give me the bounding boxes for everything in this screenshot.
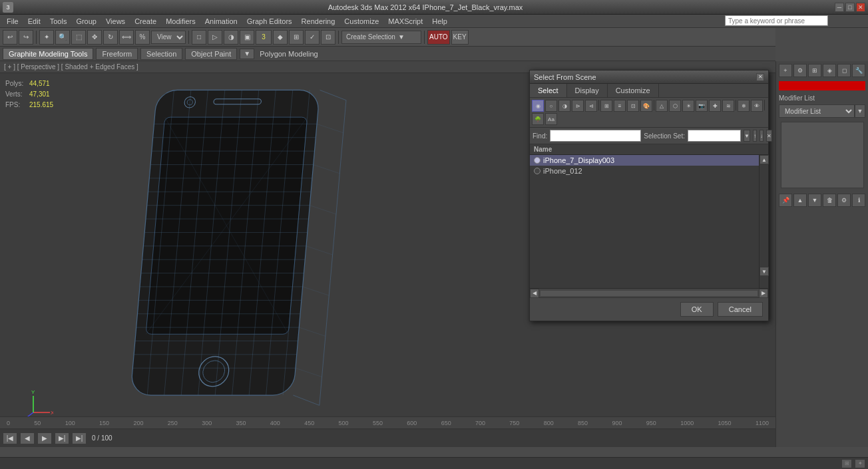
dialog-list[interactable]: iPhone_7_Display003 iPhone_012 <box>530 155 759 288</box>
dialog-scrollbar[interactable]: ▲ ▼ <box>759 155 768 288</box>
selection-set-input[interactable] <box>688 130 741 142</box>
sel-btn-4[interactable]: ✕ <box>766 130 772 142</box>
trash-icon[interactable]: 🗑 <box>823 194 836 207</box>
maximize-button[interactable]: □ <box>845 3 855 12</box>
menu-modifiers[interactable]: Modifiers <box>162 16 200 27</box>
dialog-tab-display[interactable]: Display <box>567 84 608 97</box>
coord-display-icon[interactable]: ⊞ <box>841 459 852 468</box>
move-down-icon[interactable]: ▼ <box>808 194 821 207</box>
menu-views[interactable]: Views <box>102 16 129 27</box>
display-subtree-icon[interactable]: 🌳 <box>532 113 544 125</box>
layer-icon[interactable]: ≡ <box>614 100 626 112</box>
select-none-icon[interactable]: ○ <box>545 100 557 112</box>
undo-button[interactable]: ↩ <box>3 30 17 45</box>
menu-file[interactable]: File <box>3 16 23 27</box>
snap-2d-button[interactable]: ⊡ <box>321 30 335 45</box>
menu-rendering[interactable]: Rendering <box>298 16 339 27</box>
pin-icon[interactable]: 📌 <box>779 194 792 207</box>
object-type-icon[interactable]: ⊡ <box>627 100 639 112</box>
hscroll-left-button[interactable]: ◀ <box>530 289 539 298</box>
reference-dropdown[interactable]: View <box>151 31 186 44</box>
rotate-button[interactable]: ↻ <box>103 30 118 45</box>
set-key-button[interactable]: KEY <box>451 30 469 45</box>
render-setup-button[interactable]: □ <box>192 30 206 45</box>
menu-customize[interactable]: Customize <box>340 16 383 27</box>
redo-button[interactable]: ↪ <box>19 30 33 45</box>
select-parent-icon[interactable]: ⊲ <box>585 100 597 112</box>
create-selection-dropdown[interactable]: Create Selection ▼ <box>341 31 421 44</box>
menu-graph-editors[interactable]: Graph Editors <box>243 16 296 27</box>
menu-group[interactable]: Group <box>72 16 101 27</box>
percent-button[interactable]: ✓ <box>305 30 320 45</box>
menu-maxscript[interactable]: MAXScript <box>384 16 427 27</box>
dialog-hscroll[interactable]: ◀ ▶ <box>530 288 768 297</box>
graphite-tab-selection[interactable]: Selection <box>140 48 182 60</box>
prev-frame-button[interactable]: ◀ <box>20 432 35 444</box>
create-panel-icon[interactable]: + <box>779 64 792 77</box>
case-sensitive-icon[interactable]: Aa <box>545 113 557 125</box>
menu-tools[interactable]: Tools <box>46 16 71 27</box>
select-by-name-button[interactable]: 🔍 <box>55 30 70 45</box>
menu-edit[interactable]: Edit <box>24 16 45 27</box>
hierarchy-panel-icon[interactable]: ⊞ <box>808 64 821 77</box>
snap-toggle[interactable]: ⊞ <box>289 30 304 45</box>
select-object-button[interactable]: ✦ <box>39 30 54 45</box>
graphite-tab-freeform[interactable]: Freeform <box>96 48 138 60</box>
configure-icon[interactable]: ⚙ <box>837 194 851 207</box>
list-item[interactable]: iPhone_7_Display003 <box>530 155 759 166</box>
minimize-button[interactable]: ─ <box>835 3 844 12</box>
graphite-tab-modeling[interactable]: Graphite Modeling Tools <box>3 48 93 60</box>
select-child-icon[interactable]: ⊳ <box>572 100 584 112</box>
move-button[interactable]: ✥ <box>87 30 102 45</box>
play-button[interactable]: ▶ <box>37 432 52 444</box>
key-mode-button[interactable]: ◆ <box>273 30 288 45</box>
frozen-icon[interactable]: ❄ <box>738 100 750 112</box>
cancel-button[interactable]: Cancel <box>718 302 763 317</box>
list-item[interactable]: iPhone_012 <box>530 166 759 176</box>
hierarchy-icon[interactable]: ⊞ <box>600 100 612 112</box>
next-frame-button[interactable]: ▶| <box>55 432 69 444</box>
search-input[interactable] <box>725 15 828 26</box>
modifier-list-dropdown[interactable]: Modifier List <box>779 104 855 118</box>
menu-help[interactable]: Help <box>428 16 451 27</box>
graphite-tab-object-paint[interactable]: Object Paint <box>185 48 237 60</box>
auto-key-button[interactable]: AUTO <box>427 30 450 45</box>
render-frame-button[interactable]: ▣ <box>240 30 254 45</box>
dialog-tab-customize[interactable]: Customize <box>608 84 659 97</box>
select-all-icon[interactable]: ◉ <box>532 100 544 112</box>
utilities-panel-icon[interactable]: 🔧 <box>852 64 865 77</box>
modify-panel-icon[interactable]: ⚙ <box>793 64 807 77</box>
light-icon[interactable]: ☀ <box>682 100 694 112</box>
sel-btn-1[interactable]: ▼ <box>744 130 750 142</box>
invert-select-icon[interactable]: ◑ <box>558 100 570 112</box>
active-shade-button[interactable]: ◑ <box>224 30 238 45</box>
graphite-options-button[interactable]: ▼ <box>240 49 254 59</box>
dialog-close-button[interactable]: ✕ <box>756 73 764 81</box>
scale-button[interactable]: ⟺ <box>119 30 134 45</box>
menu-create[interactable]: Create <box>130 16 160 27</box>
find-input[interactable] <box>550 130 641 142</box>
info-icon[interactable]: ℹ <box>852 194 865 207</box>
modifier-options-button[interactable]: ▼ <box>855 104 865 118</box>
helper-icon[interactable]: ✚ <box>709 100 721 112</box>
display-panel-icon[interactable]: ◻ <box>837 64 851 77</box>
render-button[interactable]: ▷ <box>208 30 222 45</box>
camera-icon[interactable]: 📷 <box>696 100 708 112</box>
motion-panel-icon[interactable]: ◈ <box>823 64 836 77</box>
sel-btn-2[interactable]: ↑ <box>753 130 757 142</box>
geometry-icon[interactable]: △ <box>656 100 668 112</box>
snap-icon[interactable]: ✦ <box>855 459 865 468</box>
close-button[interactable]: ✕ <box>856 3 865 12</box>
percent-snap-button[interactable]: % <box>135 30 150 45</box>
go-end-button[interactable]: ▶| <box>72 432 87 444</box>
move-up-icon[interactable]: ▲ <box>793 194 807 207</box>
menu-animation[interactable]: Animation <box>201 16 242 27</box>
scroll-up-button[interactable]: ▲ <box>760 155 769 164</box>
shape-icon[interactable]: ⬡ <box>669 100 681 112</box>
hidden-icon[interactable]: 👁 <box>751 100 763 112</box>
sel-btn-3[interactable]: ↓ <box>760 130 763 142</box>
select-region-button[interactable]: ⬚ <box>71 30 86 45</box>
spacewarp-icon[interactable]: ≋ <box>722 100 734 112</box>
color-icon[interactable]: 🎨 <box>640 100 652 112</box>
scroll-down-button[interactable]: ▼ <box>760 267 769 276</box>
